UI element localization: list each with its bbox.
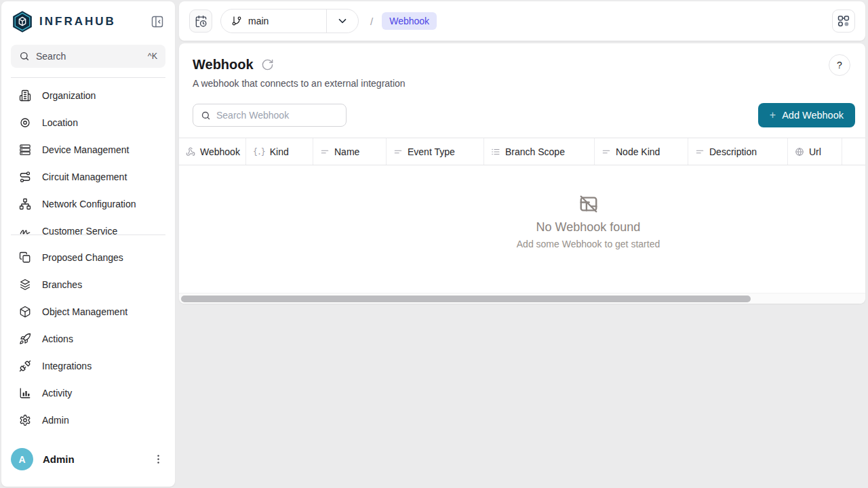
braces-icon: {.} <box>253 147 265 157</box>
column-label: Url <box>809 146 821 157</box>
globe-icon <box>795 147 804 157</box>
sidebar-item-label: Branches <box>42 279 82 290</box>
table-header-row: Webhook {.} Kind Name Event Type <box>179 138 865 165</box>
sidebar-item-branches[interactable]: Branches <box>1 271 175 298</box>
tasks-status-button[interactable] <box>832 9 855 33</box>
webhook-table: Webhook {.} Kind Name Event Type <box>179 138 865 278</box>
locate-icon <box>19 117 31 129</box>
column-header-node-kind: Node Kind <box>595 138 688 165</box>
gear-icon <box>19 414 31 426</box>
column-label: Name <box>334 146 359 157</box>
sidebar-item-proposed-changes[interactable]: Proposed Changes <box>1 244 175 271</box>
git-branch-icon <box>231 16 242 26</box>
breadcrumb-current[interactable]: Webhook <box>382 12 437 30</box>
topbar: main / Webhook <box>179 1 865 41</box>
text-icon <box>695 147 705 157</box>
user-options-button[interactable] <box>151 452 165 467</box>
logo-row: INFRAHUB <box>1 1 175 41</box>
column-label: Node Kind <box>616 146 660 157</box>
infrahub-logo-icon <box>12 11 33 33</box>
sidebar-item-object-management[interactable]: Object Management <box>1 298 175 325</box>
empty-state-title: No Webhook found <box>536 220 641 235</box>
column-label: Branch Scope <box>505 146 565 157</box>
sidebar-item-integrations[interactable]: Integrations <box>1 352 175 380</box>
rocket-icon <box>19 333 31 345</box>
plug-icon <box>19 360 31 372</box>
branch-name: main <box>248 16 269 26</box>
sidebar-item-label: Admin <box>42 415 69 426</box>
column-label: Event Type <box>408 146 455 157</box>
page-subtitle: A webhook that connects to an external i… <box>193 78 852 89</box>
user-menu[interactable]: A Admin <box>11 448 165 470</box>
column-label: Description <box>709 146 757 157</box>
route-icon <box>19 171 31 183</box>
network-icon <box>19 198 31 210</box>
branch-selector-current[interactable]: main <box>221 9 326 33</box>
column-header-branch-scope: Branch Scope <box>484 138 595 165</box>
sidebar-item-label: Proposed Changes <box>42 252 123 263</box>
sidebar-item-label: Location <box>42 117 78 128</box>
column-header-filler <box>842 138 865 165</box>
layers-icon <box>19 279 31 291</box>
horizontal-scrollbar-thumb[interactable] <box>181 296 751 302</box>
workflow-icon <box>837 14 850 28</box>
kebab-menu-icon <box>153 453 164 465</box>
search-label: Search <box>36 51 142 62</box>
branch-selector[interactable]: main <box>220 9 359 33</box>
empty-state: No Webhook found Add some Webhook to get… <box>179 165 865 278</box>
server-icon <box>19 144 31 156</box>
empty-state-subtitle: Add some Webhook to get started <box>517 239 660 249</box>
toolbar: + Add Webhook <box>179 89 865 138</box>
calendar-clock-icon <box>195 15 208 28</box>
object-search[interactable] <box>193 104 347 127</box>
sidebar-item-network-configuration[interactable]: Network Configuration <box>1 190 175 218</box>
sidebar-item-organization[interactable]: Organization <box>1 82 175 109</box>
search-shortcut: ^K <box>148 52 157 61</box>
sidebar-item-label: Device Management <box>42 144 129 155</box>
table-off-icon <box>578 194 599 214</box>
refresh-button[interactable] <box>261 58 275 72</box>
sidebar-item-label: Organization <box>42 90 96 101</box>
text-icon <box>601 147 611 157</box>
column-header-url: Url <box>788 138 842 165</box>
sidebar-collapse-button[interactable] <box>149 14 165 30</box>
sidebar-item-customer-service[interactable]: Customer Service <box>1 218 175 235</box>
column-header-kind: {.} Kind <box>246 138 313 165</box>
user-name: Admin <box>43 453 141 465</box>
sidebar-item-device-management[interactable]: Device Management <box>1 136 175 163</box>
copy-icon <box>19 251 31 264</box>
help-button[interactable]: ? <box>829 54 850 76</box>
sidebar-item-admin[interactable]: Admin <box>1 407 175 434</box>
branch-dropdown-toggle[interactable] <box>327 9 358 33</box>
search-input[interactable] <box>216 110 338 121</box>
search-icon <box>201 110 211 121</box>
main-content: Webhook A webhook that connects to an ex… <box>179 43 865 304</box>
sidebar-item-label: Network Configuration <box>42 199 136 209</box>
box-icon <box>19 306 31 318</box>
sidebar-item-label: Actions <box>42 333 73 344</box>
sidebar-item-circuit-management[interactable]: Circuit Management <box>1 163 175 190</box>
app-title: INFRAHUB <box>39 15 149 28</box>
list-icon <box>491 147 500 157</box>
breadcrumb-separator: / <box>370 16 373 27</box>
refresh-icon <box>261 58 275 71</box>
add-webhook-button[interactable]: + Add Webhook <box>758 103 855 127</box>
avatar: A <box>11 448 33 470</box>
column-label: Webhook <box>200 146 240 157</box>
webhook-icon <box>186 147 195 157</box>
add-webhook-label: Add Webhook <box>782 110 844 121</box>
sidebar-item-actions[interactable]: Actions <box>1 325 175 352</box>
column-header-name: Name <box>313 138 387 165</box>
signature-icon <box>19 225 31 235</box>
chevron-down-icon <box>336 15 349 27</box>
building-icon <box>19 89 31 102</box>
sidebar-item-location[interactable]: Location <box>1 109 175 136</box>
column-header-event-type: Event Type <box>387 138 484 165</box>
sidebar-item-activity[interactable]: Activity <box>1 380 175 407</box>
page-title: Webhook <box>193 57 254 73</box>
bar-chart-icon <box>19 387 31 399</box>
column-label: Kind <box>270 146 289 157</box>
sidebar-search[interactable]: Search ^K <box>11 45 165 68</box>
plus-icon: + <box>770 109 776 121</box>
time-travel-button[interactable] <box>189 9 212 33</box>
